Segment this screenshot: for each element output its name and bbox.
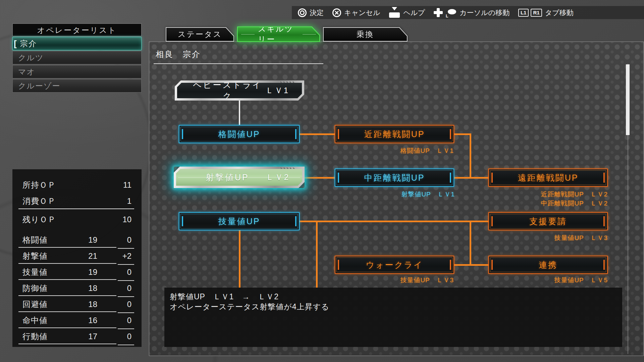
op-stats-panel: 所持ＯＰ 11 消費ＯＰ 1 残りＯＰ 10 格闘値 19 0 射撃値 21 +… [12, 169, 142, 347]
stat-label: 命中値 [22, 315, 48, 325]
connector-line [304, 177, 335, 179]
requirement-label-long-combat-1: 近距離戦闘UP ＬＶ2 [541, 190, 608, 199]
skill-node-shooting-up-selected[interactable]: 射撃値UP ＬＶ2 [174, 167, 305, 188]
skill-description-title: 射撃値UP ＬＶ1 → ＬＶ2 [170, 292, 617, 302]
op-owned-value: 11 [123, 180, 131, 190]
hint-tab-move-label: タブ移動 [545, 8, 574, 17]
stat-row-action: 行動値 17 0 [12, 331, 142, 342]
tab-skill-tree[interactable]: スキルツリー [237, 26, 320, 42]
op-row-owned: 所持ＯＰ 11 [12, 180, 142, 190]
operator-name-label: マオ [18, 67, 35, 76]
header-divider [154, 63, 323, 64]
operator-list-title: オペレーターリスト [12, 23, 142, 36]
stat-row-accuracy: 命中値 16 0 [12, 315, 142, 325]
stat-row-skill: 技量値 19 0 [12, 267, 142, 277]
stat-label: 格闘値 [22, 235, 48, 245]
stat-label: 防御値 [22, 283, 48, 293]
stat-delta: 0 [127, 331, 131, 342]
stat-value: 19 [88, 235, 97, 245]
operator-item-clouseau[interactable]: クルーゾー [12, 79, 142, 93]
skill-node-long-combat-up[interactable]: 遠距離戦闘UP [488, 169, 608, 187]
skill-node-label: 支援要請 [529, 216, 567, 227]
skill-node-label: 中距離戦闘UP [364, 172, 425, 183]
stat-row-defense: 防御値 18 0 [12, 283, 142, 293]
requirement-label-cooperation: 技量値UP ＬＶ5 [554, 276, 608, 285]
tab-skill-tree-label: スキルツリー [238, 27, 319, 41]
operator-item-sousuke[interactable]: [ 宗介 [12, 37, 142, 50]
skill-node-level: ＬＶ2 [266, 172, 289, 183]
operator-name-label: クルツ [18, 53, 44, 62]
operator-list-panel: オペレーターリスト [ 宗介 クルツ マオ クルーゾー [12, 23, 142, 93]
circle-button-icon [298, 8, 307, 17]
selected-operator-name: 相良 宗介 [156, 49, 201, 60]
stat-value: 19 [88, 267, 97, 277]
stat-value: 18 [88, 283, 97, 293]
op-row-cost: 消費ＯＰ 1 [12, 196, 142, 206]
stat-value: 17 [88, 331, 97, 342]
operator-name-label: 宗介 [20, 39, 37, 48]
stat-label: 回避値 [22, 299, 48, 309]
stat-label: 射撃値 [22, 251, 48, 261]
stat-value: 16 [88, 315, 97, 325]
skill-node-label: 遠距離戦闘UP [518, 172, 579, 183]
touchpad-icon [389, 8, 400, 18]
stat-value: 21 [88, 251, 97, 261]
stat-delta: 0 [127, 283, 131, 293]
connector-line [299, 133, 335, 135]
connector-line [239, 230, 240, 288]
op-remaining-label: 残りＯＰ [22, 215, 56, 225]
skill-node-skill-up[interactable]: 技量値UP [179, 212, 300, 230]
hint-help-label: ヘルプ [403, 8, 425, 17]
skill-node-label: 技量値UP [218, 216, 260, 227]
connector-line [470, 133, 471, 178]
requirement-label-support-request: 技量値UP ＬＶ3 [554, 234, 608, 242]
skill-node-cooperation[interactable]: 連携 [488, 256, 608, 274]
connector-line [239, 101, 240, 125]
op-cost-value: 1 [127, 196, 131, 206]
controller-hints-bar: 決定 キャンセル ヘルプ カーソルの移動 L1 R1 タブ移動 [292, 6, 644, 19]
skill-node-label: 連携 [539, 259, 557, 270]
skill-node-close-combat-up[interactable]: 近距離戦闘UP [335, 125, 454, 143]
skill-node-mid-combat-up[interactable]: 中距離戦闘UP [335, 169, 454, 187]
stat-delta: +2 [122, 251, 131, 261]
stat-delta: 0 [127, 315, 131, 325]
operator-name-label: クルーゾー [18, 81, 61, 90]
hint-cursor-move: カーソルの移動 [434, 8, 509, 17]
skill-node-label: 格闘値UP [218, 129, 260, 140]
requirement-label-close-combat: 格闘値UP ＬＶ1 [400, 146, 454, 155]
scrollbar-thumb[interactable] [626, 64, 630, 135]
skill-node-melee-up[interactable]: 格闘値UP [179, 125, 300, 143]
skill-tree-screen: 決定 キャンセル ヘルプ カーソルの移動 L1 R1 タブ移動 オペレーターリス… [0, 0, 644, 362]
hint-cancel-label: キャンセル [344, 8, 380, 17]
skill-node-war-cry[interactable]: ウォークライ [335, 256, 454, 274]
op-row-remaining: 残りＯＰ 10 [12, 215, 142, 225]
skill-node-label: 近距離戦闘UP [364, 129, 425, 140]
stat-value: 18 [88, 299, 97, 309]
connector-line [299, 221, 489, 222]
stat-delta: 0 [127, 235, 131, 245]
tab-status[interactable]: ステータス [166, 27, 234, 42]
connector-line [470, 221, 471, 265]
hint-cancel: キャンセル [332, 8, 380, 17]
stat-label: 技量値 [22, 267, 48, 277]
skill-node-heavy-strike[interactable]: ヘビーストライク ＬＶ1 [175, 80, 304, 101]
tab-transfer[interactable]: 乗換 [323, 27, 408, 42]
operator-item-mao[interactable]: マオ [12, 65, 142, 78]
selection-marker: [ [14, 37, 17, 50]
skill-node-support-request[interactable]: 支援要請 [488, 212, 608, 230]
op-remaining-value: 10 [122, 215, 131, 225]
operator-item-kurz[interactable]: クルツ [12, 51, 142, 64]
tab-status-label: ステータス [166, 28, 233, 41]
requirement-label-mid-combat: 射撃値UP ＬＶ1 [401, 190, 455, 199]
hint-cursor-move-label: カーソルの移動 [460, 8, 509, 17]
dpad-icon [434, 8, 443, 17]
op-sum-divider [18, 208, 134, 209]
cross-button-icon [332, 8, 341, 17]
stat-row-melee: 格闘値 19 0 [12, 235, 142, 245]
tab-transfer-label: 乗換 [324, 28, 407, 41]
op-owned-label: 所持ＯＰ [22, 180, 56, 190]
hint-confirm: 決定 [298, 8, 324, 17]
stat-delta: 0 [127, 267, 131, 277]
skill-node-level: ＬＶ1 [266, 85, 289, 96]
requirement-label-war-cry: 技量値UP ＬＶ3 [400, 276, 454, 285]
